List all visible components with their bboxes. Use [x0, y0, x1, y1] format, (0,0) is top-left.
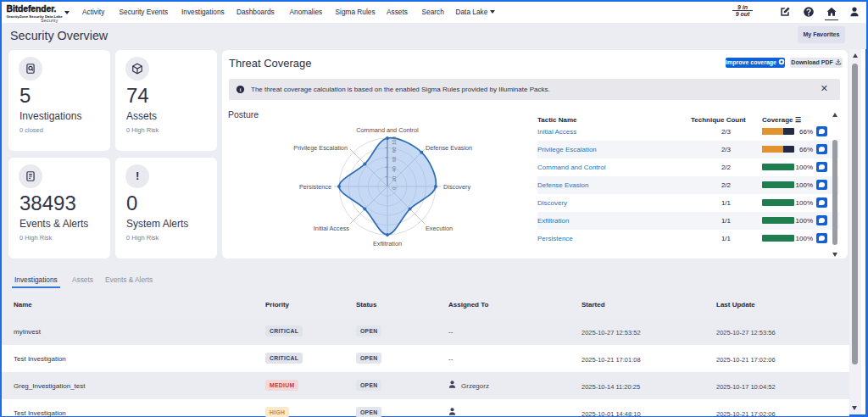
svg-text:Privilege Escalation: Privilege Escalation: [293, 144, 348, 152]
svg-text:60: 60: [392, 156, 397, 162]
svg-text:Execution: Execution: [426, 225, 453, 232]
svg-text:20: 20: [392, 175, 397, 181]
svg-text:Persistence: Persistence: [299, 183, 331, 191]
svg-text:40: 40: [392, 166, 397, 172]
svg-text:Discovery: Discovery: [443, 183, 470, 191]
svg-text:Defense Evasion: Defense Evasion: [426, 144, 472, 152]
svg-text:Command and Control: Command and Control: [356, 126, 419, 134]
svg-text:80: 80: [392, 147, 397, 153]
svg-text:100: 100: [392, 136, 397, 145]
svg-text:Initial Access: Initial Access: [314, 225, 350, 232]
svg-text:Exfiltration: Exfiltration: [373, 240, 402, 247]
